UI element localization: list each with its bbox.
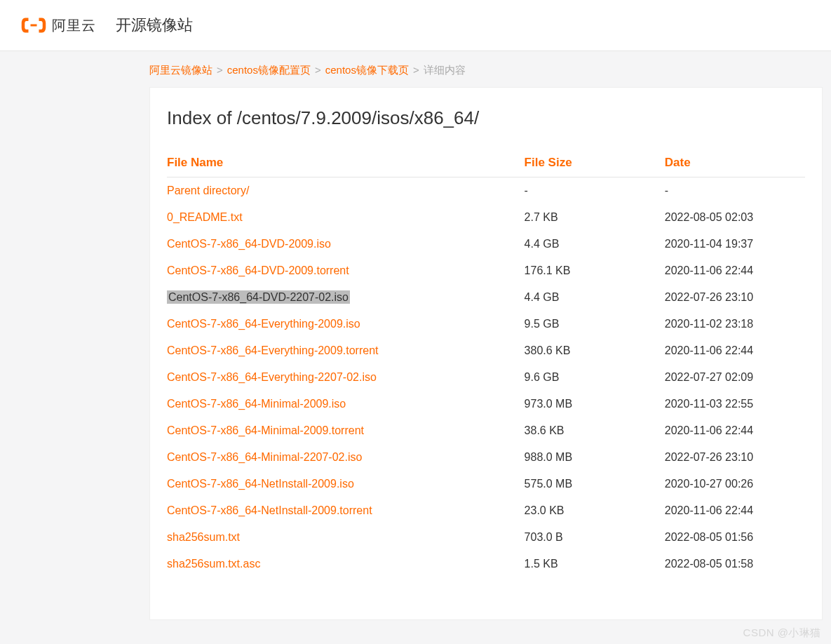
file-date: 2020-10-27 00:26 — [665, 471, 805, 497]
table-row: CentOS-7-x86_64-Minimal-2009.iso973.0 MB… — [167, 391, 805, 417]
breadcrumb-current: 详细内容 — [424, 64, 466, 76]
file-size: 703.0 B — [525, 524, 665, 551]
file-table: File Name File Size Date Parent director… — [167, 149, 805, 577]
file-size: 4.4 GB — [525, 231, 665, 257]
file-link[interactable]: CentOS-7-x86_64-Everything-2207-02.iso — [167, 371, 377, 383]
file-size: 23.0 KB — [525, 497, 665, 524]
site-header: 阿里云 开源镜像站 — [0, 0, 831, 51]
file-size: 380.6 KB — [525, 337, 665, 364]
table-row: CentOS-7-x86_64-DVD-2009.iso4.4 GB2020-1… — [167, 231, 805, 257]
file-link[interactable]: CentOS-7-x86_64-Minimal-2009.iso — [167, 398, 346, 410]
file-link[interactable]: CentOS-7-x86_64-DVD-2009.torrent — [167, 264, 349, 276]
file-date: 2020-11-06 22:44 — [665, 417, 805, 444]
file-link[interactable]: CentOS-7-x86_64-DVD-2009.iso — [167, 238, 331, 250]
file-date: 2022-08-05 02:03 — [665, 204, 805, 231]
table-row: sha256sum.txt703.0 B2022-08-05 01:56 — [167, 524, 805, 551]
file-link[interactable]: CentOS-7-x86_64-Everything-2009.torrent — [167, 344, 379, 356]
table-row: CentOS-7-x86_64-Everything-2009.iso9.5 G… — [167, 311, 805, 337]
table-row: CentOS-7-x86_64-DVD-2207-02.iso4.4 GB202… — [167, 284, 805, 311]
file-size: 575.0 MB — [525, 471, 665, 497]
page-title: Index of /centos/7.9.2009/isos/x86_64/ — [167, 107, 805, 129]
breadcrumb-sep: > — [217, 64, 223, 76]
table-row: CentOS-7-x86_64-Minimal-2009.torrent38.6… — [167, 417, 805, 444]
th-file-size[interactable]: File Size — [525, 149, 665, 177]
svg-rect-0 — [31, 25, 37, 27]
logo-text: 阿里云 — [52, 16, 96, 35]
file-date: 2020-11-06 22:44 — [665, 497, 805, 524]
site-title: 开源镜像站 — [116, 15, 193, 36]
th-date[interactable]: Date — [665, 149, 805, 177]
file-size: 38.6 KB — [525, 417, 665, 444]
file-link[interactable]: 0_README.txt — [167, 211, 243, 223]
file-size: 176.1 KB — [525, 257, 665, 284]
file-date: 2020-11-06 22:44 — [665, 337, 805, 364]
table-row: CentOS-7-x86_64-NetInstall-2009.iso575.0… — [167, 471, 805, 497]
content-card: Index of /centos/7.9.2009/isos/x86_64/ F… — [149, 87, 823, 620]
table-row: CentOS-7-x86_64-Everything-2207-02.iso9.… — [167, 364, 805, 391]
th-file-name[interactable]: File Name — [167, 149, 525, 177]
table-row: 0_README.txt2.7 KB2022-08-05 02:03 — [167, 204, 805, 231]
file-date: - — [665, 177, 805, 205]
file-size: 1.5 KB — [525, 551, 665, 577]
file-link[interactable]: sha256sum.txt — [167, 531, 240, 543]
file-date: 2022-07-27 02:09 — [665, 364, 805, 391]
file-size: - — [525, 177, 665, 205]
file-size: 4.4 GB — [525, 284, 665, 311]
breadcrumb-link[interactable]: centos镜像配置页 — [227, 64, 311, 76]
file-link[interactable]: CentOS-7-x86_64-NetInstall-2009.torrent — [167, 504, 372, 516]
file-date: 2020-11-03 22:55 — [665, 391, 805, 417]
file-size: 973.0 MB — [525, 391, 665, 417]
file-link[interactable]: CentOS-7-x86_64-NetInstall-2009.iso — [167, 478, 354, 490]
breadcrumb-link[interactable]: centos镜像下载页 — [325, 64, 409, 76]
file-link[interactable]: Parent directory/ — [167, 185, 249, 196]
table-row: CentOS-7-x86_64-NetInstall-2009.torrent2… — [167, 497, 805, 524]
file-date: 2022-08-05 01:58 — [665, 551, 805, 577]
table-row: CentOS-7-x86_64-DVD-2009.torrent176.1 KB… — [167, 257, 805, 284]
file-date: 2022-07-26 23:10 — [665, 444, 805, 471]
logo[interactable]: 阿里云 — [21, 15, 96, 36]
file-size: 9.6 GB — [525, 364, 665, 391]
file-size: 2.7 KB — [525, 204, 665, 231]
breadcrumb-sep: > — [315, 64, 321, 76]
breadcrumb: 阿里云镜像站>centos镜像配置页>centos镜像下载页>详细内容 — [0, 51, 831, 87]
file-date: 2020-11-06 22:44 — [665, 257, 805, 284]
file-link[interactable]: CentOS-7-x86_64-Minimal-2207-02.iso — [167, 451, 362, 463]
aliyun-logo-icon — [21, 15, 46, 36]
breadcrumb-link[interactable]: 阿里云镜像站 — [149, 64, 212, 76]
watermark: CSDN @小琳猫 — [743, 626, 821, 640]
file-link[interactable]: CentOS-7-x86_64-Minimal-2009.torrent — [167, 424, 364, 436]
file-size: 9.5 GB — [525, 311, 665, 337]
file-date: 2022-07-26 23:10 — [665, 284, 805, 311]
table-row: CentOS-7-x86_64-Minimal-2207-02.iso988.0… — [167, 444, 805, 471]
breadcrumb-sep: > — [413, 64, 419, 76]
file-date: 2020-11-04 19:37 — [665, 231, 805, 257]
file-size: 988.0 MB — [525, 444, 665, 471]
file-link[interactable]: CentOS-7-x86_64-DVD-2207-02.iso — [167, 290, 350, 304]
table-row: Parent directory/-- — [167, 177, 805, 205]
file-date: 2020-11-02 23:18 — [665, 311, 805, 337]
file-link[interactable]: sha256sum.txt.asc — [167, 558, 260, 570]
file-date: 2022-08-05 01:56 — [665, 524, 805, 551]
table-row: sha256sum.txt.asc1.5 KB2022-08-05 01:58 — [167, 551, 805, 577]
file-link[interactable]: CentOS-7-x86_64-Everything-2009.iso — [167, 318, 360, 330]
table-row: CentOS-7-x86_64-Everything-2009.torrent3… — [167, 337, 805, 364]
